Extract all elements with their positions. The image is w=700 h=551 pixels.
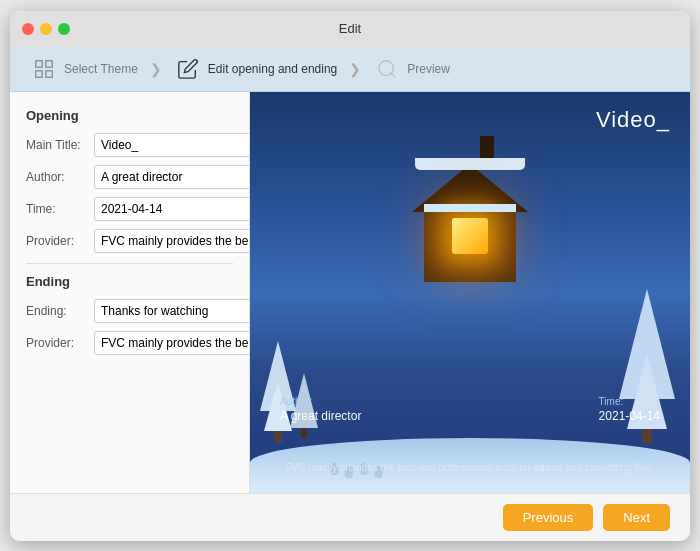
time-overlay: Time: 2021-04-14	[599, 396, 660, 423]
svg-rect-2	[36, 70, 42, 76]
right-panel: Video_ Author: A great director Time: 20…	[250, 92, 690, 493]
time-row: Time:	[26, 197, 233, 221]
previous-button[interactable]: Previous	[503, 504, 594, 531]
main-content: Opening Main Title: Author: Time: Provid…	[10, 92, 690, 493]
time-overlay-value: 2021-04-14	[599, 409, 660, 423]
preview-background: Video_ Author: A great director Time: 20…	[250, 92, 690, 493]
minimize-button[interactable]	[40, 23, 52, 35]
traffic-lights	[22, 23, 70, 35]
time-overlay-label: Time:	[599, 396, 660, 407]
maximize-button[interactable]	[58, 23, 70, 35]
provider-ending-row: Provider:	[26, 331, 233, 355]
provider-opening-input[interactable]	[94, 229, 250, 253]
author-overlay-label: Author:	[280, 396, 361, 407]
edit-label: Edit opening and ending	[208, 62, 337, 76]
author-input[interactable]	[94, 165, 250, 189]
main-title-label: Main Title:	[26, 138, 94, 152]
titlebar: Edit	[10, 11, 690, 47]
preview-icon	[373, 55, 401, 83]
section-divider	[26, 263, 233, 264]
window-title: Edit	[339, 21, 361, 36]
author-overlay-value: A great director	[280, 409, 361, 423]
ending-row: Ending:	[26, 299, 233, 323]
author-overlay: Author: A great director	[280, 396, 361, 423]
footer: Previous Next	[10, 493, 690, 541]
edit-icon	[174, 55, 202, 83]
ending-input[interactable]	[94, 299, 250, 323]
toolbar-step-select-theme[interactable]: Select Theme	[30, 55, 138, 83]
svg-rect-1	[46, 60, 52, 66]
provider-overlay: FVC mainly provides the best and profess…	[280, 462, 660, 473]
next-button[interactable]: Next	[603, 504, 670, 531]
provider-ending-label: Provider:	[26, 336, 94, 350]
ending-section-title: Ending	[26, 274, 233, 289]
time-input[interactable]	[94, 197, 250, 221]
provider-ending-input[interactable]	[94, 331, 250, 355]
arrow-1: ❯	[150, 61, 162, 77]
select-theme-label: Select Theme	[64, 62, 138, 76]
time-label: Time:	[26, 202, 94, 216]
toolbar-step-preview[interactable]: Preview	[373, 55, 450, 83]
toolbar-step-edit[interactable]: Edit opening and ending	[174, 55, 337, 83]
close-button[interactable]	[22, 23, 34, 35]
toolbar: Select Theme ❯ Edit opening and ending ❯…	[10, 47, 690, 92]
ending-label: Ending:	[26, 304, 94, 318]
house	[380, 112, 560, 312]
main-window: Edit Select Theme ❯	[10, 11, 690, 541]
left-panel: Opening Main Title: Author: Time: Provid…	[10, 92, 250, 493]
arrow-2: ❯	[349, 61, 361, 77]
select-theme-icon	[30, 55, 58, 83]
author-label: Author:	[26, 170, 94, 184]
main-title-input[interactable]	[94, 133, 250, 157]
video-title-overlay: Video_	[596, 107, 670, 133]
preview-label: Preview	[407, 62, 450, 76]
provider-opening-label: Provider:	[26, 234, 94, 248]
svg-rect-3	[46, 70, 52, 76]
opening-section-title: Opening	[26, 108, 233, 123]
svg-rect-0	[36, 60, 42, 66]
author-row: Author:	[26, 165, 233, 189]
main-title-row: Main Title:	[26, 133, 233, 157]
provider-opening-row: Provider:	[26, 229, 233, 253]
svg-point-4	[379, 60, 394, 75]
